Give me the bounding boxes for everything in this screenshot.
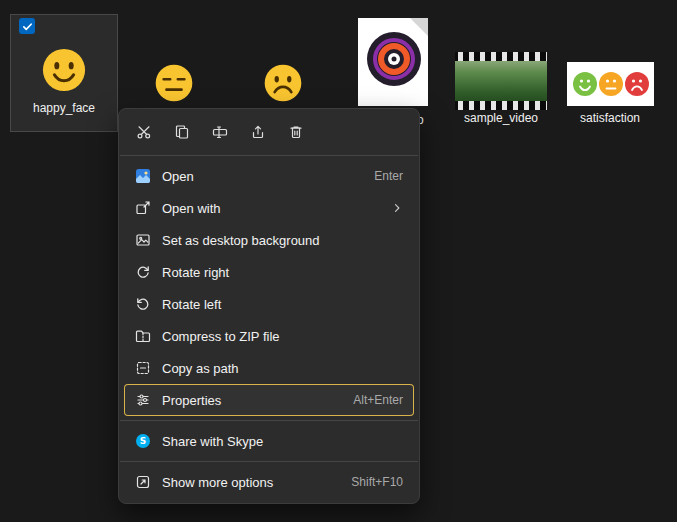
zip-folder-icon [135,328,152,344]
file-tile-happy-face[interactable]: happy_face [10,14,118,132]
quick-actions-row [119,113,419,151]
properties-icon [135,392,152,408]
menu-item-label: Open [162,169,194,184]
menu-item-show-more-options[interactable]: Show more options Shift+F10 [124,466,414,498]
neutral-face-thumbnail[interactable] [154,63,194,103]
cut-button[interactable] [125,116,163,148]
share-icon [250,124,266,140]
menu-separator [120,420,418,421]
menu-item-rotate-left[interactable]: Rotate left [124,288,414,320]
file-label: satisfaction [557,111,663,125]
three-rating-faces-thumbnail [572,69,650,99]
rename-button[interactable] [201,116,239,148]
happy-face-thumbnail [41,47,87,93]
menu-item-label: Copy as path [162,361,239,376]
copy-button[interactable] [163,116,201,148]
file-label: sample_video [455,111,547,125]
menu-item-label: Open with [162,201,221,216]
skype-icon: S [135,433,152,449]
menu-item-set-desktop-background[interactable]: Set as desktop background [124,224,414,256]
menu-separator [120,155,418,156]
svg-text:S: S [140,436,146,446]
menu-item-share-with-skype[interactable]: S Share with Skype [124,425,414,457]
menu-item-compress-zip[interactable]: Compress to ZIP file [124,320,414,352]
file-tile-sample-video[interactable] [455,52,547,110]
menu-separator [120,461,418,462]
cut-icon [136,124,152,140]
menu-item-shortcut: Shift+F10 [351,475,403,489]
rotate-left-icon [135,296,152,312]
menu-item-rotate-right[interactable]: Rotate right [124,256,414,288]
menu-item-label: Properties [162,393,221,408]
file-label: happy_face [33,101,95,115]
selection-checkbox[interactable] [19,18,35,34]
rename-icon [212,124,228,140]
filmstrip-bottom [455,101,547,110]
desktop-background-icon [135,232,152,248]
menu-item-open[interactable]: Open Enter [124,160,414,192]
file-tile-photo-disc[interactable]: o [358,18,428,106]
menu-item-properties[interactable]: Properties Alt+Enter [124,384,414,416]
delete-button[interactable] [277,116,315,148]
check-icon [22,21,33,32]
menu-item-label: Show more options [162,475,273,490]
menu-item-label: Rotate left [162,297,221,312]
menu-item-shortcut: Enter [374,169,403,183]
sad-face-thumbnail[interactable] [263,63,303,103]
rotate-right-icon [135,264,152,280]
menu-item-copy-as-path[interactable]: Copy as path [124,352,414,384]
menu-item-open-with[interactable]: Open with [124,192,414,224]
menu-item-label: Set as desktop background [162,233,320,248]
menu-item-label: Rotate right [162,265,229,280]
context-menu: Open Enter Open with Set as desktop back… [118,108,420,504]
open-with-icon [135,200,152,216]
copy-path-icon [135,360,152,376]
show-more-icon [135,474,152,490]
file-tile-satisfaction[interactable] [567,62,654,106]
share-button[interactable] [239,116,277,148]
menu-item-label: Share with Skype [162,434,263,449]
filmstrip-top [455,52,547,61]
desktop-stage: happy_face o [0,0,677,522]
delete-icon [288,124,304,140]
chevron-right-icon [391,202,403,214]
menu-item-shortcut: Alt+Enter [353,393,403,407]
menu-item-label: Compress to ZIP file [162,329,280,344]
photos-icon [135,168,152,184]
copy-icon [174,124,190,140]
